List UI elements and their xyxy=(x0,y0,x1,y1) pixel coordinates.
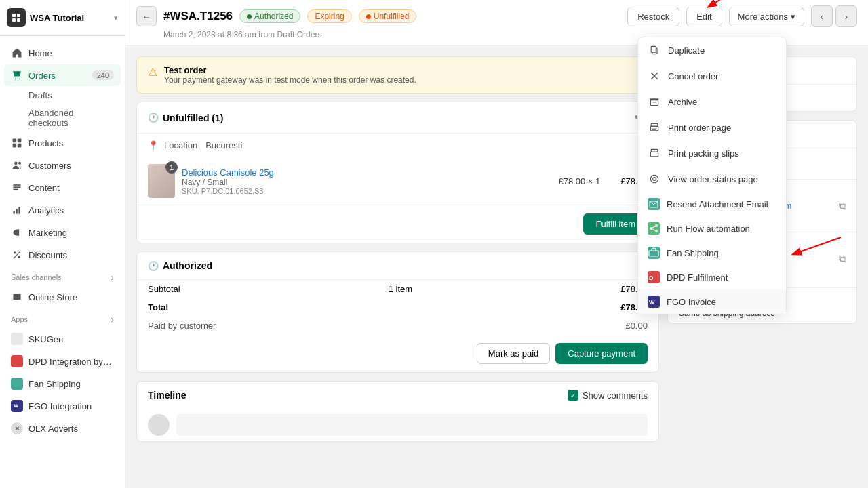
sidebar-item-discounts[interactable]: Discounts xyxy=(4,244,121,266)
edit-button[interactable]: Edit xyxy=(686,7,722,26)
timeline-entry xyxy=(137,409,658,441)
sidebar-label-online-store: Online Store xyxy=(28,292,114,302)
capture-payment-button[interactable]: Capture payment xyxy=(555,343,648,364)
sidebar-item-olx[interactable]: ✕ OLX Adverts xyxy=(4,418,121,439)
abandoned-label: Abandoned checkouts xyxy=(28,108,74,128)
sidebar-item-home[interactable]: Home xyxy=(4,42,121,64)
fgo-dropdown-label: FGO Invoice xyxy=(667,297,716,307)
next-order-button[interactable]: › xyxy=(835,5,857,27)
sidebar-item-skugen[interactable]: SKUGen xyxy=(4,328,121,350)
resend-icon xyxy=(648,198,660,210)
sidebar-item-abandoned[interactable]: Abandoned checkouts xyxy=(4,104,121,131)
svg-rect-15 xyxy=(16,209,17,214)
sidebar-item-dpd[interactable]: DPD Integration by WSAs... xyxy=(4,350,121,372)
products-icon xyxy=(11,137,23,149)
copy-address-button[interactable]: ⧉ xyxy=(839,253,846,264)
unfulfilled-clock-icon: 🕐 xyxy=(148,113,159,123)
print-order-label: Print order page xyxy=(668,123,731,133)
sidebar-label-olx: OLX Adverts xyxy=(28,424,114,434)
skugen-icon xyxy=(11,333,23,345)
copy-email-button[interactable]: ⧉ xyxy=(839,200,846,211)
dropdown-item-print-packing[interactable]: Print packing slips xyxy=(638,140,786,166)
resend-label: Resend Attachment Email xyxy=(667,199,768,209)
sidebar-item-fan-shipping[interactable]: Fan Shipping xyxy=(4,373,121,394)
svg-rect-7 xyxy=(13,144,17,148)
sidebar-item-drafts[interactable]: Drafts xyxy=(4,87,121,104)
svg-rect-33 xyxy=(652,129,657,129)
fan-shipping-dropdown-label: Fan Shipping xyxy=(667,248,719,258)
mark-paid-button[interactable]: Mark as paid xyxy=(477,343,550,364)
customers-icon xyxy=(11,159,23,171)
dropdown-item-dpd[interactable]: D DPD Fulfillment xyxy=(638,265,786,289)
dropdown-item-resend[interactable]: Resend Attachment Email xyxy=(638,192,786,216)
authorized-clock-icon: 🕐 xyxy=(148,261,159,271)
sidebar-item-marketing[interactable]: Marketing xyxy=(4,222,121,243)
more-actions-button[interactable]: More actions ▾ xyxy=(729,7,804,26)
paid-value: £0.00 xyxy=(625,321,648,331)
print-order-icon xyxy=(648,121,661,134)
authorized-card: 🕐 Authorized Subtotal 1 item £78.00 Tota… xyxy=(136,251,659,373)
dropdown-item-duplicate[interactable]: Duplicate xyxy=(638,37,786,63)
location-value: Bucuresti xyxy=(205,140,242,150)
show-comments-toggle[interactable]: ✓ Show comments xyxy=(568,390,648,401)
svg-point-41 xyxy=(655,230,658,232)
dropdown-item-archive[interactable]: Archive xyxy=(638,89,786,115)
restock-button[interactable]: Restock xyxy=(627,7,679,26)
back-button[interactable]: ← xyxy=(136,6,157,26)
topbar: ← #WSA.T1256 Authorized Expiring Unfulfi… xyxy=(125,0,868,45)
olx-icon: ✕ xyxy=(11,422,23,434)
show-comments-checkbox[interactable]: ✓ xyxy=(568,390,578,401)
prev-order-button[interactable]: ‹ xyxy=(811,5,833,27)
product-sku: SKU: P7.DC.01.0652.S3 xyxy=(182,187,551,195)
dropdown-item-fgo[interactable]: W FGO Invoice xyxy=(638,289,786,314)
dropdown-item-flow[interactable]: Run Flow automation xyxy=(638,216,786,241)
sidebar-item-fgo[interactable]: W FGO Integration xyxy=(4,395,121,417)
cancel-label: Cancel order xyxy=(668,71,718,81)
test-order-title: Test order xyxy=(164,65,416,75)
sidebar-header[interactable]: WSA Tutorial ▾ xyxy=(0,0,125,36)
content-icon xyxy=(11,182,23,194)
dropdown-item-print-order[interactable]: Print order page xyxy=(638,115,786,140)
dropdown-item-view-status[interactable]: View order status page xyxy=(638,166,786,192)
fulfill-btn-row: Fulfill item xyxy=(137,205,658,243)
svg-rect-31 xyxy=(651,123,658,126)
sidebar-label-customers: Customers xyxy=(28,161,114,171)
unfulfilled-badge: Unfulfilled xyxy=(359,9,417,23)
test-order-banner: ⚠ Test order Your payment gateway was in… xyxy=(136,56,659,94)
sidebar-item-products[interactable]: Products xyxy=(4,132,121,154)
product-name[interactable]: Delicious Camisole 25g xyxy=(182,167,551,178)
sidebar-item-orders[interactable]: Orders 240 xyxy=(4,64,121,86)
sidebar-item-online-store[interactable]: Online Store xyxy=(4,286,121,308)
dropdown-item-fan-shipping[interactable]: Fan Shipping xyxy=(638,241,786,265)
svg-rect-1 xyxy=(17,14,20,17)
sidebar-item-analytics[interactable]: Analytics xyxy=(4,199,121,221)
more-actions-dropdown: Duplicate Cancel order Archive xyxy=(637,37,787,314)
svg-point-38 xyxy=(653,178,656,181)
store-name: WSA Tutorial xyxy=(30,13,84,23)
dpd-dropdown-label: DPD Fulfillment xyxy=(667,272,728,283)
svg-rect-16 xyxy=(18,207,20,214)
paid-label: Paid by customer xyxy=(148,321,216,331)
product-price-unit: £78.00 × 1 xyxy=(558,176,600,186)
sidebar-item-customers[interactable]: Customers xyxy=(4,155,121,176)
subtotal-label: Subtotal xyxy=(148,284,180,294)
sidebar-label-skugen: SKUGen xyxy=(28,334,114,344)
timeline-input[interactable] xyxy=(176,414,648,436)
archive-icon xyxy=(648,95,661,108)
more-actions-chevron-icon: ▾ xyxy=(791,12,795,22)
subtotal-items: 1 item xyxy=(180,284,621,294)
fan-shipping-dropdown-icon xyxy=(648,247,660,259)
dropdown-item-cancel[interactable]: Cancel order xyxy=(638,63,786,89)
apps-expand[interactable]: › xyxy=(111,314,114,325)
sidebar-label-fan-shipping: Fan Shipping xyxy=(28,379,114,389)
svg-rect-0 xyxy=(12,14,16,17)
timeline-avatar xyxy=(148,414,170,436)
marketing-icon xyxy=(11,226,23,239)
orders-badge: 240 xyxy=(92,70,114,80)
product-info: Delicious Camisole 25g Navy / Small SKU:… xyxy=(182,167,551,195)
payment-buttons: Mark as paid Capture payment xyxy=(137,335,658,372)
view-status-icon xyxy=(648,172,661,186)
sidebar-item-content[interactable]: Content xyxy=(4,177,121,199)
sales-channels-expand[interactable]: › xyxy=(111,272,114,283)
svg-point-9 xyxy=(14,161,18,165)
